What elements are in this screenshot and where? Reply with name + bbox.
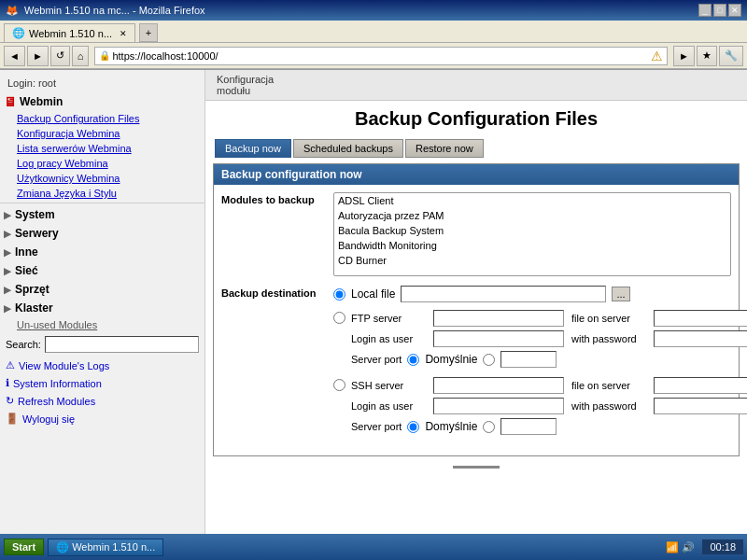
tab-navigation: Backup now Scheduled backups Restore now bbox=[205, 139, 747, 163]
bookmark-button[interactable]: ★ bbox=[697, 46, 717, 66]
stream-button[interactable]: ► bbox=[673, 46, 695, 66]
ssh-login-input[interactable] bbox=[433, 398, 564, 414]
close-button[interactable]: ✕ bbox=[728, 4, 741, 17]
back-button[interactable]: ◄ bbox=[4, 46, 25, 66]
browser-chrome: 🦊 Webmin 1.510 na mc... - Mozilla Firefo… bbox=[0, 0, 747, 70]
sidebar-item-jezyk[interactable]: Zmiana Języka i Stylu bbox=[0, 186, 204, 201]
title-bar: 🦊 Webmin 1.510 na mc... - Mozilla Firefo… bbox=[0, 0, 747, 21]
warning-icon-logs: ⚠ bbox=[6, 359, 15, 371]
ftp-port-input[interactable] bbox=[500, 351, 557, 368]
ssh-port-custom-radio[interactable] bbox=[483, 421, 495, 433]
tab-bar: 🌐 Webmin 1.510 n... ✕ + bbox=[0, 21, 747, 43]
ftp-port-custom-radio[interactable] bbox=[483, 354, 495, 366]
ssh-port-label: Server port bbox=[351, 421, 402, 432]
sidebar-login: Login: root bbox=[0, 74, 204, 92]
info-icon: ℹ bbox=[6, 377, 9, 389]
taskbar: Start 🌐 Webmin 1.510 n... 📶 🔊 00:18 bbox=[0, 534, 747, 559]
modules-label: Modules to backup bbox=[221, 192, 324, 205]
tab-scheduled[interactable]: Scheduled backups bbox=[293, 139, 403, 158]
category-sprzet-label: Sprzęt bbox=[15, 283, 49, 296]
ftp-radio[interactable] bbox=[333, 312, 345, 324]
sidebar-item-backup-config[interactable]: Backup Configuration Files bbox=[0, 111, 204, 126]
sidebar-item-konfiguracja[interactable]: Konfiguracja Webmina bbox=[0, 126, 204, 141]
ftp-password-input[interactable] bbox=[654, 330, 747, 347]
tools-button[interactable]: 🔧 bbox=[719, 46, 743, 66]
ssh-server-row: SSH server file on server bbox=[351, 377, 747, 394]
sidebar: Login: root 🖥 Webmin Backup Configuratio… bbox=[0, 70, 205, 559]
category-inne-label: Inne bbox=[15, 245, 38, 259]
browser-tab[interactable]: 🌐 Webmin 1.510 n... ✕ bbox=[4, 23, 135, 42]
sidebar-action-logout[interactable]: 🚪 Wyloguj się bbox=[0, 410, 204, 427]
sidebar-item-lista[interactable]: Lista serwerów Webmina bbox=[0, 141, 204, 156]
tab-close-icon[interactable]: ✕ bbox=[120, 29, 127, 38]
form-row-destination: Backup destination Local file ... bbox=[221, 286, 731, 439]
search-input[interactable] bbox=[45, 336, 199, 353]
sidebar-item-log[interactable]: Log pracy Webmina bbox=[0, 156, 204, 171]
ssh-port-input[interactable] bbox=[500, 418, 557, 435]
sidebar-action-refresh[interactable]: ↻ Refresh Modules bbox=[0, 392, 204, 410]
sidebar-item-uzytkownicy[interactable]: Użytkownicy Webmina bbox=[0, 171, 204, 186]
forward-button[interactable]: ► bbox=[27, 46, 49, 66]
logout-icon: 🚪 bbox=[6, 413, 19, 425]
ftp-file-input[interactable] bbox=[654, 310, 747, 327]
form-section: Backup configuration now Modules to back… bbox=[213, 163, 740, 456]
ftp-port-default-radio[interactable] bbox=[407, 354, 419, 366]
sidebar-category-serwery[interactable]: ▶ Serwery bbox=[0, 224, 204, 243]
action-system-info-label: System Information bbox=[13, 378, 102, 389]
expand-icon-inne: ▶ bbox=[4, 247, 11, 258]
local-file-radio[interactable] bbox=[333, 288, 345, 301]
local-file-input[interactable] bbox=[401, 286, 606, 302]
ftp-login-input[interactable] bbox=[433, 330, 564, 347]
security-icon: 🔒 bbox=[99, 50, 110, 61]
search-label: Search: bbox=[6, 339, 41, 350]
search-row: Search: bbox=[0, 332, 204, 357]
ssh-radio[interactable] bbox=[333, 379, 345, 391]
browse-button[interactable]: ... bbox=[612, 287, 629, 301]
ftp-port-label: Server port bbox=[351, 354, 402, 365]
ssh-login-row: Login as user with password bbox=[351, 398, 747, 414]
sidebar-category-inne[interactable]: ▶ Inne bbox=[0, 243, 204, 261]
ssh-port-default-label: Domyślnie bbox=[425, 420, 477, 433]
tab-label: Webmin 1.510 n... bbox=[29, 28, 112, 39]
sidebar-category-siec[interactable]: ▶ Sieć bbox=[0, 261, 204, 280]
sidebar-category-klaster[interactable]: ▶ Klaster bbox=[0, 299, 204, 317]
category-system-label: System bbox=[15, 208, 55, 221]
ftp-file-label: file on server bbox=[571, 313, 646, 324]
maximize-button[interactable]: □ bbox=[713, 4, 726, 17]
ssh-file-input[interactable] bbox=[654, 377, 747, 394]
expand-icon-sprzet: ▶ bbox=[4, 285, 11, 295]
refresh-button[interactable]: ↺ bbox=[50, 46, 70, 66]
address-bar[interactable]: 🔒 https://localhost:10000/ ⚠ bbox=[94, 47, 668, 65]
category-siec-label: Sieć bbox=[15, 264, 38, 277]
sidebar-category-system[interactable]: ▶ System bbox=[0, 205, 204, 224]
module-header: Konfiguracja modułu bbox=[205, 70, 747, 101]
sidebar-root-webmin[interactable]: 🖥 Webmin bbox=[0, 92, 204, 111]
nav-bar: ◄ ► ↺ ⌂ 🔒 https://localhost:10000/ ⚠ ► ★… bbox=[0, 43, 747, 69]
ssh-server-input[interactable] bbox=[433, 377, 564, 394]
modules-list[interactable]: ADSL ClientAutoryzacja przez PAMBacula B… bbox=[333, 192, 731, 276]
title-bar-left: 🦊 Webmin 1.510 na mc... - Mozilla Firefo… bbox=[6, 5, 205, 17]
form-row-modules: Modules to backup ADSL ClientAutoryzacja… bbox=[221, 192, 731, 276]
home-button[interactable]: ⌂ bbox=[72, 46, 90, 66]
start-button[interactable]: Start bbox=[4, 539, 44, 555]
new-tab-button[interactable]: + bbox=[139, 23, 158, 42]
modules-control: ADSL ClientAutoryzacja przez PAMBacula B… bbox=[333, 192, 731, 276]
sidebar-action-view-logs[interactable]: ⚠ View Module's Logs bbox=[0, 357, 204, 374]
taskbar-app-item[interactable]: 🌐 Webmin 1.510 n... bbox=[48, 539, 163, 556]
destination-label: Backup destination bbox=[221, 286, 324, 299]
sidebar-action-system-info[interactable]: ℹ System Information bbox=[0, 374, 204, 392]
tab-restore[interactable]: Restore now bbox=[405, 139, 484, 158]
category-klaster-label: Klaster bbox=[15, 301, 53, 315]
minimize-button[interactable]: _ bbox=[698, 4, 712, 17]
expand-icon-serwery: ▶ bbox=[4, 229, 11, 239]
ssh-password-label: with password bbox=[571, 400, 646, 412]
action-view-logs-label: View Module's Logs bbox=[19, 360, 109, 371]
tab-backup-now[interactable]: Backup now bbox=[215, 139, 291, 158]
ftp-login-label: Login as user bbox=[351, 333, 426, 344]
sidebar-category-sprzet[interactable]: ▶ Sprzęt bbox=[0, 280, 204, 299]
ssh-password-input[interactable] bbox=[654, 398, 747, 414]
ssh-port-default-radio[interactable] bbox=[407, 421, 419, 433]
sidebar-unused-modules[interactable]: Un-used Modules bbox=[0, 317, 204, 332]
ftp-server-input[interactable] bbox=[433, 310, 564, 327]
browser-icon: 🦊 bbox=[6, 5, 19, 17]
